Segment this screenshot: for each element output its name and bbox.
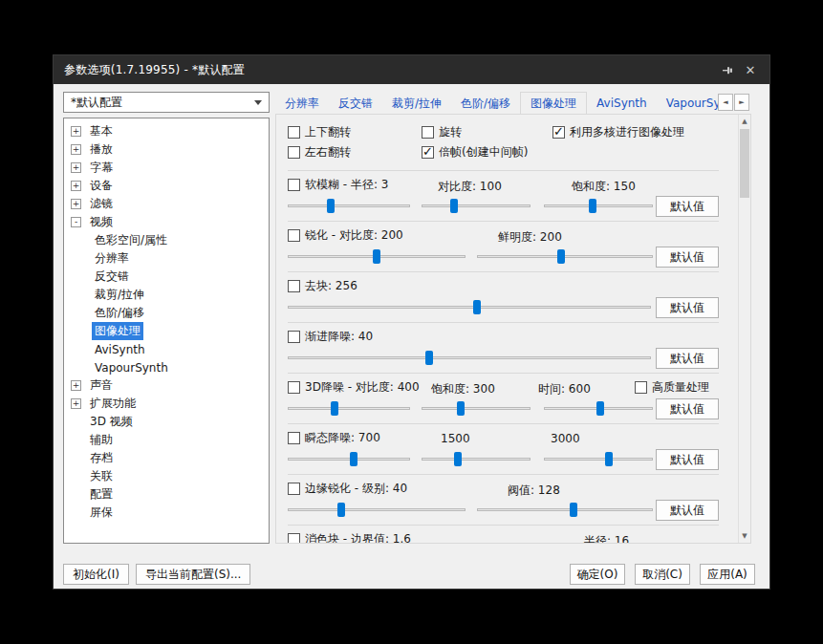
denoise-3d-saturation-slider[interactable]: [422, 401, 531, 416]
tab-image-processing[interactable]: 图像处理: [520, 92, 587, 114]
flip-vertical-checkbox[interactable]: 上下翻转: [288, 124, 351, 140]
tree-item-misc[interactable]: 辅助: [66, 431, 267, 449]
sharpen-vividness-slider[interactable]: [477, 249, 653, 264]
progressive-denoise-slider[interactable]: [288, 351, 651, 365]
slider-handle[interactable]: [331, 401, 338, 416]
tree-item-image-processing[interactable]: 图像处理: [66, 322, 267, 340]
tree-item-extensions[interactable]: +扩展功能: [66, 395, 267, 413]
slider-handle[interactable]: [337, 503, 345, 517]
transient-denoise-slider-2[interactable]: [422, 452, 531, 466]
slider-handle[interactable]: [454, 452, 462, 466]
slider-handle[interactable]: [350, 452, 357, 466]
tree-item-colorspace[interactable]: 色彩空间/属性: [66, 231, 267, 249]
transient-denoise-slider-3[interactable]: [544, 452, 653, 466]
denoise-3d-time-slider[interactable]: [544, 401, 653, 416]
sharpen-contrast-slider[interactable]: [288, 249, 466, 264]
transient-denoise-slider-1[interactable]: [288, 452, 410, 466]
deblock-slider[interactable]: [288, 300, 651, 314]
progressive-denoise-checkbox[interactable]: 渐进降噪: 40: [288, 329, 373, 345]
default-button[interactable]: 默认值: [656, 449, 719, 470]
scroll-down-icon[interactable]: ▼: [739, 529, 750, 543]
slider-handle[interactable]: [570, 503, 577, 517]
tree-item-audio[interactable]: +声音: [66, 376, 267, 395]
scroll-up-icon[interactable]: ▲: [739, 115, 750, 128]
edge-sharpen-checkbox[interactable]: 边缘锐化 - 级别: 40: [288, 481, 407, 497]
expand-icon[interactable]: +: [71, 398, 81, 409]
edge-sharpen-threshold-slider[interactable]: [477, 503, 653, 517]
denoise-3d-contrast-slider[interactable]: [288, 401, 410, 416]
soft-blur-saturation-slider[interactable]: [544, 199, 653, 213]
slider-handle[interactable]: [450, 199, 458, 213]
expand-icon[interactable]: +: [71, 199, 81, 209]
tree-item-filters[interactable]: +滤镜: [66, 195, 267, 213]
pin-icon[interactable]: [716, 59, 739, 80]
close-icon[interactable]: ✕: [739, 59, 762, 80]
default-button[interactable]: 默认值: [656, 196, 719, 217]
tree-item-devices[interactable]: +设备: [66, 177, 267, 195]
apply-button[interactable]: 应用(A): [700, 564, 755, 585]
slider-handle[interactable]: [327, 199, 335, 213]
expand-icon[interactable]: +: [71, 181, 81, 191]
soft-blur-checkbox[interactable]: 软模糊 - 半径: 3: [288, 177, 388, 193]
tab-deinterlace[interactable]: 反交错: [329, 95, 382, 114]
deband-checkbox[interactable]: 消色块 - 边界值: 1.6: [288, 531, 411, 543]
tree-item-deinterlace[interactable]: 反交错: [66, 268, 267, 286]
tree-item-crop-stretch[interactable]: 裁剪/拉伸: [66, 286, 267, 304]
default-button[interactable]: 默认值: [656, 348, 719, 369]
default-button[interactable]: 默认值: [656, 398, 719, 419]
slider-handle[interactable]: [557, 249, 565, 264]
scrollbar-thumb[interactable]: [740, 129, 749, 198]
frame-doubling-checkbox[interactable]: 倍帧(创建中间帧): [422, 144, 528, 161]
cancel-button[interactable]: 取消(C): [635, 564, 690, 585]
tab-scroll-left-button[interactable]: ◄: [718, 94, 733, 111]
high-quality-checkbox[interactable]: 高质量处理: [635, 379, 709, 396]
tree-item-playback[interactable]: +播放: [66, 140, 267, 159]
sharpen-checkbox[interactable]: 锐化 - 对比度: 200: [288, 227, 403, 244]
edge-sharpen-level-slider[interactable]: [288, 503, 466, 517]
expand-icon[interactable]: +: [71, 126, 81, 137]
soft-blur-contrast-slider[interactable]: [422, 199, 531, 213]
multicore-checkbox[interactable]: 利用多核进行图像处理: [552, 124, 684, 140]
default-button[interactable]: 默认值: [656, 247, 719, 268]
slider-handle[interactable]: [425, 351, 433, 365]
tree-item-resolution[interactable]: 分辨率: [66, 249, 267, 268]
collapse-icon[interactable]: -: [71, 217, 81, 227]
tab-vapoursynth[interactable]: VapourSynth: [657, 95, 719, 114]
tab-crop-stretch[interactable]: 裁剪/拉伸: [382, 95, 451, 114]
ok-button[interactable]: 确定(O): [570, 564, 625, 585]
flip-horizontal-checkbox[interactable]: 左右翻转: [288, 144, 351, 161]
deblock-checkbox[interactable]: 去块: 256: [288, 278, 357, 294]
tab-avisynth[interactable]: AviSynth: [587, 95, 657, 114]
tree-item-archive[interactable]: 存档: [66, 449, 267, 467]
tree-item-vapoursynth[interactable]: VapourSynth: [66, 358, 267, 376]
default-button[interactable]: 默认值: [656, 500, 719, 521]
slider-handle[interactable]: [605, 452, 613, 466]
vertical-scrollbar[interactable]: ▲ ▼: [738, 115, 750, 543]
slider-handle[interactable]: [596, 401, 604, 416]
tree-item-3d-video[interactable]: 3D 视频: [66, 413, 267, 431]
tree-item-screensaver[interactable]: 屏保: [66, 504, 267, 522]
tree-item-subtitles[interactable]: +字幕: [66, 159, 267, 177]
tree-item-association[interactable]: 关联: [66, 467, 267, 485]
titlebar[interactable]: 参数选项(1.7.19955) - *默认配置 ✕: [54, 55, 769, 84]
initialize-button[interactable]: 初始化(I): [63, 564, 129, 585]
soft-blur-radius-slider[interactable]: [288, 199, 410, 213]
denoise-3d-checkbox[interactable]: 3D降噪 - 对比度: 400: [288, 379, 420, 396]
expand-icon[interactable]: +: [71, 380, 81, 391]
rotate-checkbox[interactable]: 旋转: [422, 124, 462, 140]
tab-scroll-right-button[interactable]: ►: [734, 94, 749, 111]
tree-item-basic[interactable]: +基本: [66, 122, 267, 140]
tree-item-levels-offset[interactable]: 色阶/偏移: [66, 304, 267, 322]
preset-dropdown[interactable]: *默认配置: [63, 92, 270, 113]
slider-handle[interactable]: [473, 300, 481, 314]
expand-icon[interactable]: +: [71, 162, 81, 173]
tree-item-config[interactable]: 配置: [66, 485, 267, 504]
tab-levels-offset[interactable]: 色阶/偏移: [451, 95, 520, 114]
tab-resolution[interactable]: 分辨率: [275, 95, 329, 114]
default-button[interactable]: 默认值: [656, 297, 719, 318]
expand-icon[interactable]: +: [71, 144, 81, 155]
slider-handle[interactable]: [589, 199, 596, 213]
slider-handle[interactable]: [457, 401, 465, 416]
export-config-button[interactable]: 导出当前配置(S)...: [136, 564, 250, 585]
tree-item-video[interactable]: -视频: [66, 213, 267, 231]
